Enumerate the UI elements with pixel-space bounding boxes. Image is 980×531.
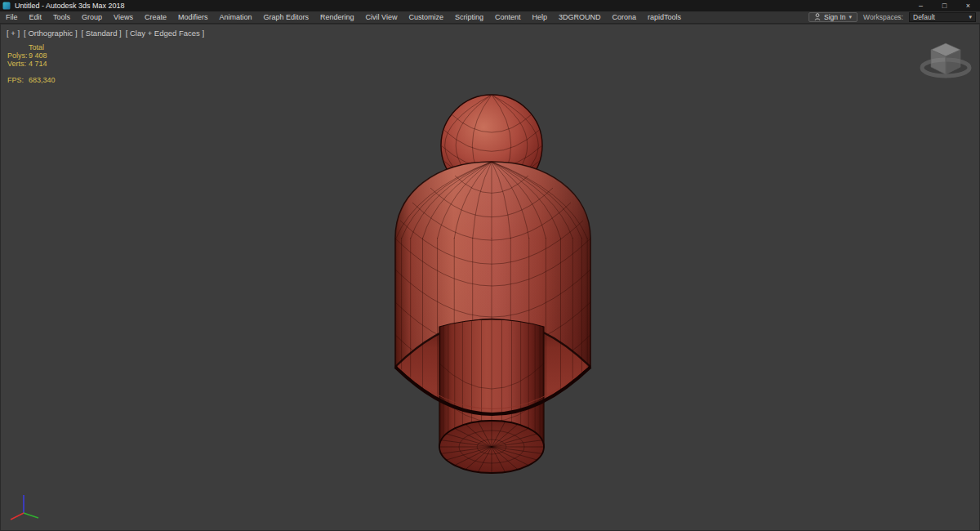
menu-create[interactable]: Create: [139, 11, 172, 23]
viewport-pov-menu[interactable]: [ Orthographic ]: [24, 29, 77, 38]
sign-in-button[interactable]: Sign In ▾: [808, 12, 858, 22]
stats-fps-label: FPS:: [7, 76, 29, 84]
menu-content[interactable]: Content: [489, 11, 527, 23]
app-icon: [2, 2, 11, 10]
workspace-dropdown[interactable]: Default ▾: [909, 12, 976, 22]
menu-scripting[interactable]: Scripting: [449, 11, 489, 23]
menu-tools[interactable]: Tools: [47, 11, 76, 23]
close-button[interactable]: ×: [956, 0, 980, 11]
viewcube[interactable]: [919, 33, 973, 87]
stats-verts-label: Verts:: [7, 60, 29, 68]
chevron-down-icon: ▾: [849, 14, 853, 20]
menu-rendering[interactable]: Rendering: [314, 11, 360, 23]
viewport[interactable]: [ + ] [ Orthographic ] [ Standard ] [ Cl…: [0, 24, 980, 531]
title-bar[interactable]: Untitled - Autodesk 3ds Max 2018 – □ ×: [0, 0, 980, 11]
viewport-general-menu[interactable]: [ + ]: [7, 29, 20, 38]
menu-animation[interactable]: Animation: [213, 11, 257, 23]
x-axis: [11, 513, 24, 520]
menu-file[interactable]: File: [0, 11, 24, 23]
menu-rapidtools[interactable]: rapidTools: [642, 11, 687, 23]
menu-modifiers[interactable]: Modifiers: [172, 11, 214, 23]
menu-bar: File Edit Tools Group Views Create Modif…: [0, 11, 980, 24]
stats-polys-value: 9 408: [29, 51, 47, 60]
stats-polys-label: Polys:: [7, 51, 29, 60]
user-icon: [814, 13, 821, 22]
workspaces-label: Workspaces:: [863, 13, 903, 21]
viewport-shading-menu[interactable]: [ Clay + Edged Faces ]: [126, 29, 204, 38]
stats-fps-value: 683,340: [29, 76, 56, 84]
workspace-value: Default: [913, 13, 935, 21]
model-3d-clay-render[interactable]: [1, 25, 980, 531]
menu-edit[interactable]: Edit: [24, 11, 48, 23]
menu-help[interactable]: Help: [526, 11, 553, 23]
menu-customize[interactable]: Customize: [403, 11, 449, 23]
menubar-right-section: Sign In ▾ Workspaces: Default ▾: [808, 12, 980, 22]
menu-views[interactable]: Views: [108, 11, 139, 23]
viewport-label: [ + ] [ Orthographic ] [ Standard ] [ Cl…: [7, 29, 204, 38]
menu-group[interactable]: Group: [76, 11, 108, 23]
window-title: Untitled - Autodesk 3ds Max 2018: [15, 2, 125, 10]
menu-corona[interactable]: Corona: [606, 11, 642, 23]
minimize-button[interactable]: –: [909, 0, 933, 11]
menu-graph-editors[interactable]: Graph Editors: [257, 11, 314, 23]
stats-total-label: Total: [29, 43, 44, 51]
viewport-render-preset-menu[interactable]: [ Standard ]: [82, 29, 122, 38]
y-axis: [24, 513, 38, 518]
stats-verts-value: 4 714: [29, 60, 47, 68]
menu-civil-view[interactable]: Civil View: [360, 11, 403, 23]
restore-button[interactable]: □: [933, 0, 956, 11]
window-controls: – □ ×: [909, 0, 980, 11]
world-axis-tripod: [7, 490, 53, 526]
chevron-down-icon: ▾: [969, 14, 972, 20]
sign-in-label: Sign In: [824, 13, 845, 21]
menu-3dground[interactable]: 3DGROUND: [553, 11, 607, 23]
viewport-statistics: Total Polys:9 408 Verts:4 714 FPS:683,34…: [7, 43, 56, 84]
